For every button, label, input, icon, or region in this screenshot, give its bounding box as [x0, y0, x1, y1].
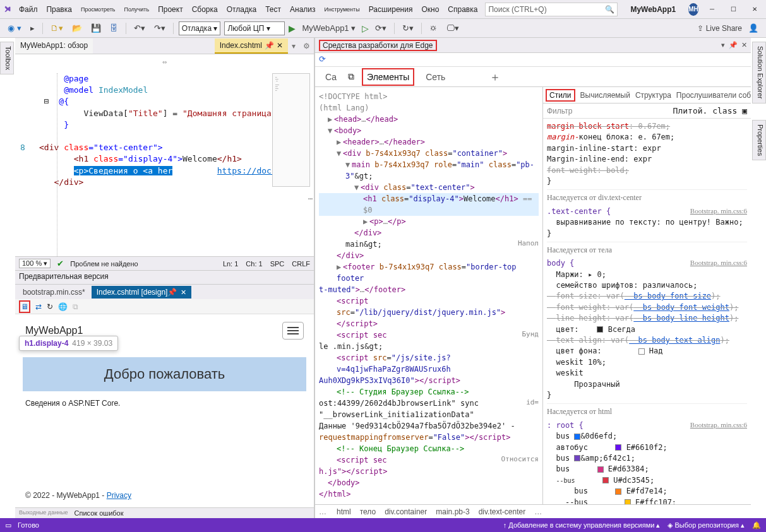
dom-node[interactable]: ▼main b-7s4x1x93q7 role="main" class="pb… [319, 159, 539, 182]
hot-reload-icon[interactable]: ⟳▾ [373, 22, 389, 34]
iis-icon[interactable]: ⛭ [427, 22, 440, 34]
menu-analyze[interactable]: Анализ [289, 4, 317, 15]
start-nodebug-icon[interactable]: ▷ [362, 23, 369, 33]
dom-node[interactable]: ▶<footer b-7s4x1x93q7 class="border-top … [319, 261, 539, 284]
dom-node[interactable]: </html> [319, 488, 539, 500]
dom-node[interactable]: <script src="/js/site.js?v=4q1jwFhaPaZgr… [319, 352, 539, 375]
dt-tab-welcome[interactable]: Са [321, 69, 340, 85]
dom-node[interactable]: t-muted">…</footer> [319, 284, 539, 295]
dom-node[interactable]: </body> [319, 477, 539, 488]
problems-status[interactable]: Проблем не найдено [70, 260, 138, 268]
dom-node[interactable]: main&gt;Напол [319, 239, 539, 250]
start-debug-icon[interactable]: ▶ [289, 23, 296, 33]
bell-icon[interactable]: 🔔 [752, 521, 761, 529]
dom-node[interactable]: ▼<div class="text-center"> [319, 182, 539, 193]
menu-test[interactable]: Тест [264, 4, 282, 15]
window-maximize[interactable]: ☐ [726, 2, 741, 17]
dom-node[interactable]: ▶<p>…</p> [319, 216, 539, 227]
scm-add[interactable]: ↑ Добавление в систему управления версия… [503, 521, 661, 529]
run-target[interactable]: MyWebApp1 ▾ [299, 22, 358, 34]
menu-window[interactable]: Окно [420, 4, 440, 15]
browser-link-icon[interactable]: 🖵▾ [444, 22, 462, 34]
hamburger-icon[interactable] [282, 322, 304, 340]
error-list-tab[interactable]: Список ошибок [75, 509, 124, 517]
new-item-icon[interactable]: 🗋▾ [48, 22, 66, 34]
menu-git[interactable]: Получить [123, 5, 151, 14]
code-editor[interactable]: ⇔ ▬▬▬▬▬▬ ▬▬▬▬▬▬▬▬▬▬▬▬▬▬▬▬ @page @model I… [15, 54, 314, 256]
dom-node[interactable]: h.js"></script> [319, 466, 539, 477]
link-icon[interactable]: ⇄ [35, 302, 42, 311]
dom-node[interactable]: </script> [319, 318, 539, 329]
dom-node[interactable]: Данные '9ed9314cbÖ294a7fba5Ö7dÖ32be394e2… [319, 420, 539, 432]
save-icon[interactable]: 💾 [88, 22, 104, 34]
close-icon[interactable]: ✕ [181, 288, 186, 296]
solution-explorer-tab[interactable]: Solution Explorer [752, 42, 766, 103]
dom-breadcrumb[interactable]: … html тело div.container main.pb-3 div.… [315, 504, 751, 518]
undo-icon[interactable]: ↶▾ [131, 22, 148, 34]
styles-tab-styles[interactable]: Стили [546, 89, 575, 102]
tab-overview[interactable]: MyWebApp1: обзор [15, 38, 93, 54]
pin-icon[interactable]: 📌 [167, 288, 177, 297]
gear-icon[interactable]: ⚙ [299, 42, 314, 50]
dom-tree[interactable]: <!DOCTYPE html> (html Lang) ▶<head>…</he… [315, 87, 542, 504]
nav-back-icon[interactable]: ◉ ▾ [5, 22, 24, 34]
user-avatar[interactable]: MH [688, 3, 698, 16]
menu-edit[interactable]: Правка [45, 4, 73, 15]
dom-node[interactable]: Auh0XDg9kPS3xIVq36I0"></script> [319, 375, 539, 386]
pin-icon[interactable]: 📌 [265, 41, 274, 50]
admin-icon[interactable]: 👤 [746, 22, 761, 34]
menu-tools[interactable]: Инструменты [323, 5, 361, 14]
dt-tab-elements[interactable]: Элементы [362, 68, 414, 86]
dom-node[interactable]: <!DOCTYPE html> [319, 91, 539, 102]
quick-search[interactable]: Поиск (CTRL+Q) 🔍 [485, 3, 618, 16]
dom-node[interactable]: <script secОтносится [319, 454, 539, 466]
dom-node[interactable]: le .min.js&gt; [319, 341, 539, 352]
menu-view[interactable]: Просмотреть [80, 5, 117, 14]
dom-node[interactable]: </div> [319, 227, 539, 239]
minimap[interactable]: ▬▬▬▬▬▬ ▬▬▬▬▬▬▬▬▬▬▬▬▬▬▬▬ [272, 73, 310, 187]
dropdown-icon[interactable]: ▾ [721, 41, 725, 49]
tab-bootstrap-css[interactable]: bootstrap.min.css* [18, 286, 90, 299]
close-icon[interactable]: ✕ [741, 41, 747, 49]
styles-tab-computed[interactable]: Вычисляемый [580, 91, 630, 100]
browser-refresh-icon[interactable]: ↻▾ [400, 22, 416, 34]
pin-icon[interactable]: 📌 [729, 41, 738, 49]
redo-icon[interactable]: ↷▾ [152, 22, 168, 34]
live-share-button[interactable]: ⇪Live Share [697, 24, 742, 33]
add-tab-icon[interactable]: ＋ [489, 69, 501, 85]
window-close[interactable]: ✕ [747, 2, 762, 17]
platform-combo[interactable]: Любой ЦП ▾ [224, 21, 285, 35]
open-icon[interactable]: 📂 [69, 22, 85, 34]
devtools-refresh-icon[interactable]: ⟳ [315, 53, 751, 67]
menu-build[interactable]: Сборка [191, 4, 219, 15]
toolbox-tab[interactable]: Toolbox [0, 42, 14, 74]
dt-tab-network[interactable]: Сеть [422, 69, 449, 85]
dom-node[interactable]: <script secБунд [319, 329, 539, 341]
output-pane-icon[interactable]: ▭ [5, 521, 11, 529]
styles-tab-layout[interactable]: Структура [635, 91, 671, 100]
close-icon[interactable]: ✕ [277, 41, 283, 50]
dom-node[interactable]: </div> [319, 250, 539, 261]
device-toggle-icon[interactable]: ⧉ [348, 71, 354, 82]
dom-node[interactable]: <script src="/lib/jquery/dist/jquery.min… [319, 295, 539, 318]
globe-icon[interactable]: 🌐 [58, 302, 68, 311]
design-preview[interactable]: MyWebApp1 h1.display-4 419 × 39.03 Добро… [15, 314, 314, 507]
menu-extensions[interactable]: Расширения [368, 4, 414, 15]
nav-fwd-icon[interactable]: ▸ [28, 22, 37, 34]
dom-node[interactable]: "__browserLink_initia1izationData" [319, 409, 539, 420]
dom-node[interactable]: <!-- Конец Браузер Ссылка--> [319, 443, 539, 454]
repo-select[interactable]: ◈ Выбор репозитория ▴ [667, 521, 745, 529]
tab-overflow-icon[interactable]: ▾ [288, 42, 299, 50]
properties-tab[interactable]: Properties [752, 120, 766, 160]
styles-filter[interactable]: Фильтр [547, 107, 572, 115]
dom-node[interactable]: ▶<header>…</header> [319, 136, 539, 148]
dom-node[interactable]: requestmappingfromserver="False"></scrip… [319, 432, 539, 443]
dom-node[interactable]: ost:44399/2602d4bJbrowserLink" syncid= [319, 398, 539, 409]
splitter-icon[interactable]: ⇔ [162, 57, 167, 68]
styles-tab-listeners[interactable]: Прослушиватели событий [676, 91, 751, 100]
output-tab[interactable]: Выходные данные [19, 509, 68, 517]
device-icon[interactable]: 🖥 [19, 300, 30, 313]
menu-help[interactable]: Справка [446, 4, 479, 15]
dom-node-selected[interactable]: ⋯<h1 class="display-4">Welcome</h1> == $… [319, 193, 539, 216]
menu-project[interactable]: Проект [157, 4, 184, 15]
